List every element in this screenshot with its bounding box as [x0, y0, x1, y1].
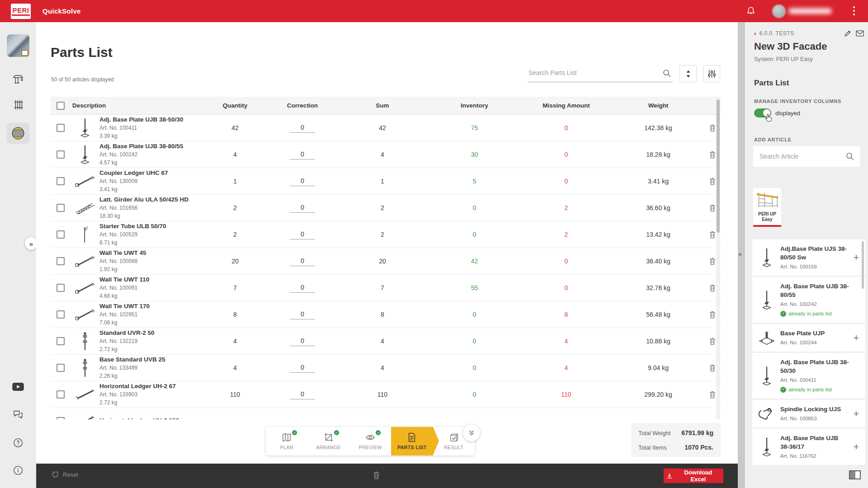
reset-button[interactable]: Reset	[52, 471, 78, 479]
search-icon[interactable]	[845, 152, 854, 161]
step-tab-preview[interactable]: PREVIEW✓	[349, 427, 391, 455]
article-image	[71, 117, 99, 138]
user-avatar[interactable]	[772, 5, 786, 18]
article-image	[71, 255, 99, 267]
article-name: Base Standard UVB 25	[99, 356, 165, 363]
scaffold-material-icon[interactable]	[0, 99, 36, 111]
info-icon[interactable]	[0, 465, 36, 475]
correction-input[interactable]	[290, 123, 315, 133]
row-checkbox[interactable]	[57, 204, 65, 212]
delete-article-button[interactable]	[709, 390, 716, 399]
row-checkbox[interactable]	[57, 257, 65, 265]
panel-article-card[interactable]: Adj.Base Plate UJS 38-80/50 SwArt. No. 1…	[752, 239, 865, 276]
plan-icon	[282, 432, 292, 442]
system-card-peri-up-easy[interactable]: PERI UP Easy	[753, 188, 781, 227]
delete-article-button[interactable]	[709, 230, 716, 239]
delete-article-button[interactable]	[709, 150, 716, 159]
row-checkbox[interactable]	[57, 337, 65, 345]
delete-article-button[interactable]	[709, 337, 716, 345]
help-icon[interactable]	[0, 438, 36, 448]
correction-input[interactable]	[290, 177, 315, 186]
article-image	[757, 331, 777, 345]
crane-icon[interactable]	[0, 72, 36, 84]
edit-project-icon[interactable]	[844, 29, 852, 38]
panel-article-card[interactable]: Spindle Locking UJSArt. No. 100863+	[752, 400, 865, 427]
mail-icon[interactable]	[855, 30, 864, 37]
kebab-menu-icon[interactable]	[853, 6, 855, 15]
breadcrumb[interactable]: › 6.0.0. TESTS	[754, 30, 794, 37]
correction-input[interactable]	[290, 283, 315, 293]
collapse-steps-button[interactable]	[463, 424, 480, 441]
table-scrollbar[interactable]	[716, 97, 720, 419]
row-checkbox[interactable]	[57, 310, 65, 319]
panel-list-scrollbar[interactable]	[862, 241, 864, 289]
table-row: Horizontal Ledger UH-2 150	[51, 408, 721, 419]
col-quantity[interactable]: Quantity	[202, 102, 269, 109]
row-checkbox[interactable]	[57, 230, 65, 239]
row-checkbox[interactable]	[57, 284, 65, 292]
col-sum[interactable]: Sum	[336, 102, 429, 109]
article-number: Art. No. 100159	[780, 263, 848, 271]
notifications-bell-icon[interactable]	[746, 6, 756, 16]
bulk-delete-button[interactable]	[373, 471, 380, 479]
delete-article-button[interactable]	[709, 204, 716, 212]
project-thumbnail[interactable]	[7, 34, 29, 57]
article-name: Wall Tie UWT 170	[99, 303, 150, 310]
panel-collapse-chevrons-icon[interactable]: »	[738, 250, 742, 258]
add-article-plus-button[interactable]: +	[852, 408, 861, 420]
article-number: Art. No. 100242	[780, 300, 861, 308]
article-unit-weight: 3.41 kg	[99, 186, 168, 193]
row-checkbox[interactable]	[57, 390, 65, 399]
delete-article-button[interactable]	[709, 310, 716, 319]
panel-article-card[interactable]: Adj. Base Plate UJB 38-36/17Art. No. 116…	[752, 429, 865, 465]
panel-article-card[interactable]: Base Plate UJPArt. No. 100244+	[752, 324, 865, 352]
download-excel-button[interactable]: Download Excel	[664, 469, 723, 483]
article-number: Art. No. 100244	[780, 338, 848, 347]
correction-input[interactable]	[290, 203, 315, 213]
col-description[interactable]: Description	[71, 102, 202, 109]
delete-article-button[interactable]	[709, 257, 716, 265]
row-checkbox[interactable]	[57, 177, 65, 185]
add-article-plus-button[interactable]: +	[852, 441, 861, 453]
add-article-plus-button[interactable]: +	[852, 252, 861, 263]
correction-input[interactable]	[290, 310, 315, 319]
sort-button[interactable]	[679, 65, 697, 82]
correction-input[interactable]	[290, 390, 315, 399]
step-tab-arrange[interactable]: ARRANGE✓	[307, 427, 349, 455]
sidebar-item-active-drum[interactable]	[7, 123, 29, 144]
correction-input[interactable]	[290, 230, 315, 239]
panel-article-card[interactable]: Adj. Base Plate UJB 38-50/30Art. No. 100…	[752, 353, 865, 399]
article-search-input[interactable]	[759, 152, 845, 160]
filter-button[interactable]	[703, 65, 720, 82]
step-tab-parts-list[interactable]: PARTS LIST	[391, 427, 433, 455]
col-missing[interactable]: Missing Amount	[520, 102, 612, 109]
delete-article-button[interactable]	[709, 177, 716, 185]
select-all-checkbox[interactable]	[57, 102, 65, 110]
step-tab-plan[interactable]: PLAN✓	[266, 427, 307, 455]
main-content: Parts List 50 of 50 articles displayed D…	[36, 22, 738, 488]
correction-input[interactable]	[290, 363, 315, 373]
correction-input[interactable]	[290, 257, 315, 266]
parts-search-input[interactable]	[528, 65, 656, 80]
correction-input[interactable]	[290, 150, 315, 160]
row-checkbox[interactable]	[57, 417, 65, 419]
col-weight[interactable]: Weight	[612, 102, 704, 109]
sidebar-expand-button[interactable]: »	[25, 237, 38, 250]
row-checkbox[interactable]	[57, 364, 65, 372]
col-inventory[interactable]: Inventory	[429, 102, 520, 109]
correction-input[interactable]	[290, 337, 315, 346]
panel-article-card[interactable]: Adj. Base Plate UJB 38-80/55Art. No. 100…	[752, 277, 865, 323]
add-article-plus-button[interactable]: +	[852, 332, 861, 344]
row-checkbox[interactable]	[57, 124, 65, 132]
split-pane-icon[interactable]	[849, 470, 861, 479]
search-icon[interactable]	[662, 69, 671, 78]
col-correction[interactable]: Correction	[269, 102, 336, 109]
article-unit-weight: 18.30 kg	[99, 212, 189, 220]
delete-article-button[interactable]	[709, 284, 716, 292]
displayed-toggle[interactable]	[754, 108, 771, 117]
delete-article-button[interactable]	[709, 364, 716, 372]
chat-icon[interactable]	[0, 410, 36, 420]
delete-article-button[interactable]	[709, 124, 716, 132]
row-checkbox[interactable]	[57, 150, 65, 159]
youtube-icon[interactable]	[0, 382, 36, 391]
